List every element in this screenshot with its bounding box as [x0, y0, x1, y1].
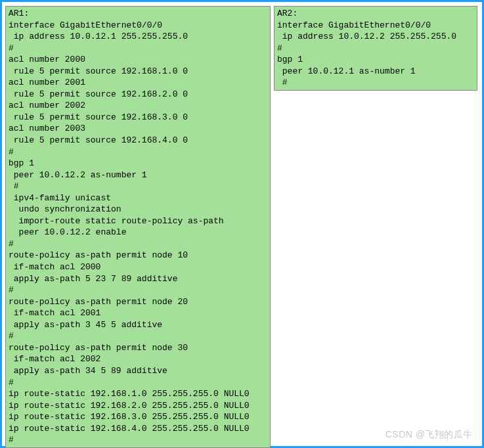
config-container: AR1: interface GigabitEthernet0/0/0 ip a…	[0, 0, 484, 448]
watermark: CSDN @飞翔的瓜牛	[385, 428, 473, 441]
ar1-config-panel: AR1: interface GigabitEthernet0/0/0 ip a…	[5, 6, 271, 448]
ar2-config-panel: AR2: interface GigabitEthernet0/0/0 ip a…	[274, 6, 477, 91]
